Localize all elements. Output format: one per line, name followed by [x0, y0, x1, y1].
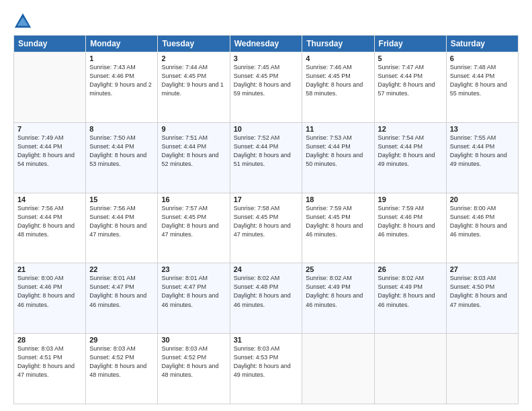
calendar-cell: 2Sunrise: 7:44 AMSunset: 4:45 PMDaylight…	[158, 52, 230, 123]
calendar-cell	[14, 52, 86, 123]
calendar-header-thursday: Thursday	[302, 36, 374, 52]
calendar-cell: 7Sunrise: 7:49 AMSunset: 4:44 PMDaylight…	[14, 122, 86, 193]
calendar-cell: 29Sunrise: 8:03 AMSunset: 4:52 PMDayligh…	[86, 334, 158, 404]
day-info: Sunrise: 7:56 AMSunset: 4:44 PMDaylight:…	[17, 204, 82, 239]
day-info: Sunrise: 7:56 AMSunset: 4:44 PMDaylight:…	[89, 204, 154, 239]
day-number: 18	[306, 195, 370, 203]
day-number: 13	[450, 125, 515, 133]
day-info: Sunrise: 7:49 AMSunset: 4:44 PMDaylight:…	[17, 134, 82, 169]
day-info: Sunrise: 8:03 AMSunset: 4:52 PMDaylight:…	[89, 345, 154, 379]
calendar-cell: 1Sunrise: 7:43 AMSunset: 4:46 PMDaylight…	[86, 52, 158, 123]
day-number: 10	[234, 125, 299, 133]
calendar-cell: 27Sunrise: 8:03 AMSunset: 4:50 PMDayligh…	[446, 263, 518, 334]
day-number: 12	[378, 125, 443, 133]
day-number: 6	[450, 54, 515, 62]
day-info: Sunrise: 8:03 AMSunset: 4:53 PMDaylight:…	[234, 345, 299, 379]
day-info: Sunrise: 7:47 AMSunset: 4:44 PMDaylight:…	[378, 63, 443, 98]
day-info: Sunrise: 7:43 AMSunset: 4:46 PMDaylight:…	[89, 63, 154, 98]
day-info: Sunrise: 7:46 AMSunset: 4:45 PMDaylight:…	[306, 63, 370, 98]
day-info: Sunrise: 7:55 AMSunset: 4:44 PMDaylight:…	[450, 134, 515, 169]
day-info: Sunrise: 7:52 AMSunset: 4:44 PMDaylight:…	[234, 134, 299, 169]
calendar-cell: 5Sunrise: 7:47 AMSunset: 4:44 PMDaylight…	[374, 52, 446, 123]
calendar-cell: 3Sunrise: 7:45 AMSunset: 4:45 PMDaylight…	[230, 52, 302, 123]
calendar-cell: 28Sunrise: 8:03 AMSunset: 4:51 PMDayligh…	[14, 334, 86, 404]
calendar-cell: 6Sunrise: 7:48 AMSunset: 4:44 PMDaylight…	[446, 52, 518, 123]
calendar-cell: 24Sunrise: 8:02 AMSunset: 4:48 PMDayligh…	[230, 263, 302, 334]
calendar-row-3: 21Sunrise: 8:00 AMSunset: 4:46 PMDayligh…	[14, 263, 519, 334]
day-info: Sunrise: 8:01 AMSunset: 4:47 PMDaylight:…	[89, 274, 154, 309]
day-info: Sunrise: 7:44 AMSunset: 4:45 PMDaylight:…	[161, 63, 226, 98]
day-info: Sunrise: 7:53 AMSunset: 4:44 PMDaylight:…	[306, 134, 370, 169]
day-number: 7	[17, 125, 82, 133]
day-number: 8	[89, 125, 154, 133]
calendar-cell: 31Sunrise: 8:03 AMSunset: 4:53 PMDayligh…	[230, 334, 302, 404]
calendar-cell: 4Sunrise: 7:46 AMSunset: 4:45 PMDaylight…	[302, 52, 374, 123]
day-info: Sunrise: 8:01 AMSunset: 4:47 PMDaylight:…	[161, 274, 226, 309]
calendar-cell: 20Sunrise: 8:00 AMSunset: 4:46 PMDayligh…	[446, 193, 518, 263]
calendar-cell: 23Sunrise: 8:01 AMSunset: 4:47 PMDayligh…	[158, 263, 230, 334]
day-info: Sunrise: 7:45 AMSunset: 4:45 PMDaylight:…	[234, 63, 299, 98]
calendar-cell: 14Sunrise: 7:56 AMSunset: 4:44 PMDayligh…	[14, 193, 86, 263]
day-info: Sunrise: 7:59 AMSunset: 4:46 PMDaylight:…	[378, 204, 443, 239]
calendar-header-friday: Friday	[374, 36, 446, 52]
calendar-cell: 10Sunrise: 7:52 AMSunset: 4:44 PMDayligh…	[230, 122, 302, 193]
calendar-cell: 16Sunrise: 7:57 AMSunset: 4:45 PMDayligh…	[158, 193, 230, 263]
day-number: 9	[161, 125, 226, 133]
calendar-cell	[302, 334, 374, 404]
calendar-row-2: 14Sunrise: 7:56 AMSunset: 4:44 PMDayligh…	[14, 193, 519, 263]
calendar-cell: 26Sunrise: 8:02 AMSunset: 4:49 PMDayligh…	[374, 263, 446, 334]
calendar-cell: 19Sunrise: 7:59 AMSunset: 4:46 PMDayligh…	[374, 193, 446, 263]
day-number: 31	[234, 336, 299, 344]
calendar-row-0: 1Sunrise: 7:43 AMSunset: 4:46 PMDaylight…	[14, 52, 519, 123]
day-info: Sunrise: 7:59 AMSunset: 4:45 PMDaylight:…	[306, 204, 370, 239]
calendar-cell: 15Sunrise: 7:56 AMSunset: 4:44 PMDayligh…	[86, 193, 158, 263]
header	[13, 12, 519, 31]
calendar-header-saturday: Saturday	[446, 36, 518, 52]
day-number: 3	[234, 54, 299, 62]
calendar-cell: 9Sunrise: 7:51 AMSunset: 4:44 PMDaylight…	[158, 122, 230, 193]
calendar: SundayMondayTuesdayWednesdayThursdayFrid…	[13, 35, 519, 404]
day-info: Sunrise: 8:00 AMSunset: 4:46 PMDaylight:…	[17, 274, 82, 309]
day-number: 17	[234, 195, 299, 203]
day-info: Sunrise: 7:57 AMSunset: 4:45 PMDaylight:…	[161, 204, 226, 239]
day-number: 24	[234, 265, 299, 273]
day-info: Sunrise: 8:00 AMSunset: 4:46 PMDaylight:…	[450, 204, 515, 239]
day-info: Sunrise: 8:02 AMSunset: 4:49 PMDaylight:…	[378, 274, 443, 309]
calendar-cell: 17Sunrise: 7:58 AMSunset: 4:45 PMDayligh…	[230, 193, 302, 263]
day-number: 15	[89, 195, 154, 203]
calendar-cell: 30Sunrise: 8:03 AMSunset: 4:52 PMDayligh…	[158, 334, 230, 404]
day-number: 20	[450, 195, 515, 203]
day-number: 29	[89, 336, 154, 344]
day-number: 2	[161, 54, 226, 62]
calendar-row-4: 28Sunrise: 8:03 AMSunset: 4:51 PMDayligh…	[14, 334, 519, 404]
page: SundayMondayTuesdayWednesdayThursdayFrid…	[0, 0, 532, 411]
day-info: Sunrise: 7:51 AMSunset: 4:44 PMDaylight:…	[161, 134, 226, 169]
day-number: 23	[161, 265, 226, 273]
day-info: Sunrise: 7:54 AMSunset: 4:44 PMDaylight:…	[378, 134, 443, 169]
day-number: 27	[450, 265, 515, 273]
day-number: 22	[89, 265, 154, 273]
day-number: 19	[378, 195, 443, 203]
day-info: Sunrise: 8:02 AMSunset: 4:48 PMDaylight:…	[234, 274, 299, 309]
calendar-cell: 18Sunrise: 7:59 AMSunset: 4:45 PMDayligh…	[302, 193, 374, 263]
day-number: 5	[378, 54, 443, 62]
calendar-header-sunday: Sunday	[14, 36, 86, 52]
logo	[13, 12, 35, 31]
calendar-cell: 8Sunrise: 7:50 AMSunset: 4:44 PMDaylight…	[86, 122, 158, 193]
day-number: 21	[17, 265, 82, 273]
day-number: 11	[306, 125, 370, 133]
day-number: 4	[306, 54, 370, 62]
logo-icon	[13, 12, 32, 31]
day-number: 1	[89, 54, 154, 62]
day-number: 26	[378, 265, 443, 273]
day-info: Sunrise: 8:03 AMSunset: 4:52 PMDaylight:…	[161, 345, 226, 379]
calendar-cell	[446, 334, 518, 404]
day-number: 28	[17, 336, 82, 344]
calendar-header-wednesday: Wednesday	[230, 36, 302, 52]
calendar-header-tuesday: Tuesday	[158, 36, 230, 52]
day-number: 14	[17, 195, 82, 203]
day-info: Sunrise: 8:02 AMSunset: 4:49 PMDaylight:…	[306, 274, 370, 309]
calendar-cell: 11Sunrise: 7:53 AMSunset: 4:44 PMDayligh…	[302, 122, 374, 193]
day-info: Sunrise: 8:03 AMSunset: 4:50 PMDaylight:…	[450, 274, 515, 309]
day-number: 25	[306, 265, 370, 273]
